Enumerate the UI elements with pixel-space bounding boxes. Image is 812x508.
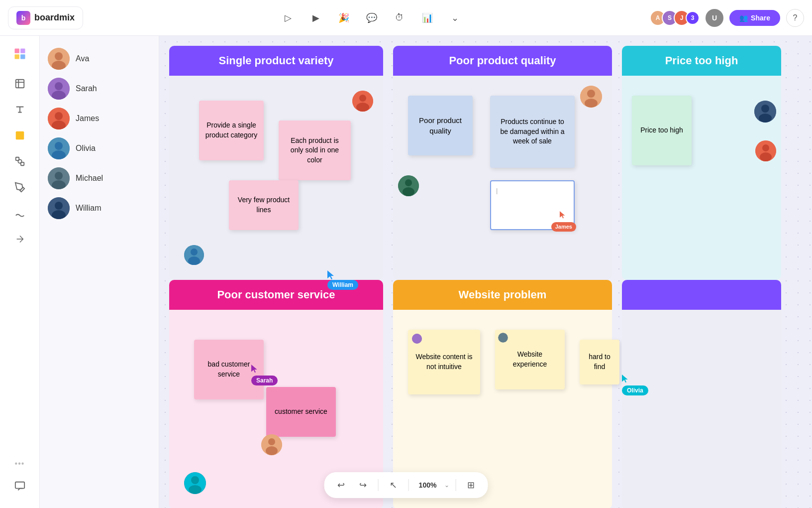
- help-button[interactable]: ?: [786, 9, 804, 27]
- category-body-extra: Olivia: [622, 310, 781, 508]
- user-item-olivia[interactable]: Olivia: [48, 133, 151, 163]
- tool-celebrate[interactable]: 🎉: [335, 9, 353, 27]
- sticky-website-experience[interactable]: Website experience: [495, 330, 565, 389]
- user-item-james[interactable]: James: [48, 104, 151, 133]
- svg-point-28: [55, 202, 63, 210]
- users-panel: Ava Sarah James O: [40, 36, 159, 508]
- mini-avatar-olivia-1: [184, 245, 204, 265]
- user-item-william[interactable]: William: [48, 193, 151, 223]
- category-title-poor-quality: Poor product quality: [449, 54, 556, 67]
- svg-point-34: [359, 95, 366, 102]
- svg-rect-0: [14, 49, 19, 53]
- avatar-ava: [48, 48, 70, 70]
- cursor-william: William: [327, 270, 358, 290]
- mini-avatar-green: [398, 175, 419, 196]
- user-name-james: James: [76, 114, 99, 123]
- svg-point-22: [55, 142, 63, 150]
- category-body-poor-quality: Poor product quality Products continue t…: [393, 76, 612, 280]
- topbar-right: A S J 3 U 👥 Share ?: [650, 9, 804, 27]
- svg-point-42: [405, 179, 412, 186]
- cursor-button[interactable]: ↖: [385, 476, 403, 494]
- redo-button[interactable]: ↪: [354, 476, 372, 494]
- user-item-michael[interactable]: Michael: [48, 163, 151, 193]
- toolbar-divider-3: [455, 479, 456, 491]
- zoom-level[interactable]: 100%: [415, 481, 441, 489]
- user-name-ava: Ava: [76, 54, 89, 63]
- map-button[interactable]: ⊞: [462, 476, 480, 494]
- sidebar-sticky[interactable]: [8, 124, 32, 147]
- category-price: Price too high Price too high: [622, 46, 781, 280]
- avatar-michael: [48, 167, 70, 189]
- svg-point-56: [189, 485, 202, 494]
- current-user-avatar[interactable]: U: [706, 9, 723, 27]
- svg-marker-37: [560, 211, 565, 218]
- sticky-provide-single[interactable]: Provide a single product category: [199, 101, 264, 160]
- svg-point-55: [191, 476, 199, 484]
- sidebar-draw[interactable]: [8, 201, 32, 225]
- svg-marker-50: [251, 365, 257, 373]
- svg-rect-1: [20, 49, 25, 53]
- svg-point-58: [498, 333, 508, 343]
- logo-area[interactable]: b boardmix: [8, 6, 83, 29]
- svg-point-31: [191, 249, 198, 255]
- svg-rect-3: [20, 54, 25, 59]
- tool-run[interactable]: ▷: [279, 9, 297, 27]
- sidebar-comments-panel[interactable]: [8, 474, 32, 498]
- category-poor-quality: Poor product quality Poor product qualit…: [393, 46, 612, 280]
- svg-point-48: [762, 144, 769, 151]
- sticky-few-products[interactable]: Very few product lines: [229, 180, 299, 230]
- svg-point-25: [55, 172, 63, 180]
- tool-chart[interactable]: 📊: [418, 9, 436, 27]
- sticky-website-intuitive[interactable]: Website content is not intuitive: [408, 330, 480, 394]
- sidebar-text[interactable]: [8, 98, 32, 122]
- sticky-hard-to-find[interactable]: hard to find: [580, 340, 619, 384]
- tool-timer[interactable]: ⏱: [391, 9, 408, 27]
- logo-icon: b: [16, 11, 30, 25]
- sidebar-frame[interactable]: [8, 72, 32, 96]
- toolbar-divider: [378, 479, 379, 491]
- tool-present[interactable]: ▶: [307, 9, 325, 27]
- avatar-james: [48, 108, 70, 129]
- sticky-input-empty[interactable]: | James: [490, 180, 575, 230]
- toolbar-divider-2: [408, 479, 409, 491]
- sticky-products-damaged[interactable]: Products continue to be damaged within a…: [490, 96, 575, 168]
- share-button[interactable]: 👥 Share: [729, 10, 780, 26]
- avatar-sarah: [48, 78, 70, 100]
- avatar-count: 3: [686, 11, 700, 25]
- mini-avatar-olivia-service: [184, 472, 206, 494]
- zoom-chevron[interactable]: ⌄: [444, 482, 449, 489]
- toolbar-center: ▷ ▶ 🎉 💬 ⏱ 📊 ⌄: [93, 9, 650, 27]
- sidebar-connect[interactable]: [8, 227, 32, 251]
- category-title-poor-service: Poor customer service: [217, 288, 335, 301]
- mini-avatar-william-canvas: [754, 101, 776, 123]
- tool-comment[interactable]: 💬: [363, 9, 381, 27]
- sticky-customer-service[interactable]: customer service: [266, 387, 336, 437]
- topbar: b boardmix ▷ ▶ 🎉 💬 ⏱ 📊 ⌄ A S J 3 U 👥 Sha…: [0, 0, 812, 36]
- sticky-price-partial[interactable]: Price too high: [632, 96, 692, 165]
- avatar-olivia: [48, 137, 70, 159]
- svg-point-52: [268, 438, 275, 445]
- sticky-poor-quality[interactable]: Poor product quality: [408, 96, 473, 155]
- cursor-sarah: Sarah: [251, 365, 278, 385]
- undo-button[interactable]: ↩: [332, 476, 350, 494]
- mini-avatar-ava-service: [261, 434, 282, 455]
- bottom-toolbar: ↩ ↪ ↖ 100% ⌄ ⊞: [324, 472, 488, 498]
- category-header-poor-quality: Poor product quality: [393, 46, 612, 76]
- svg-point-35: [356, 103, 369, 112]
- category-body-price: Price too high: [622, 76, 781, 280]
- svg-point-49: [760, 152, 772, 161]
- svg-marker-36: [327, 270, 334, 279]
- tool-more[interactable]: ⌄: [446, 9, 464, 27]
- sticky-one-color[interactable]: Each product is only sold in one color: [279, 121, 351, 180]
- user-item-sarah[interactable]: Sarah: [48, 74, 151, 104]
- sidebar-pen[interactable]: [8, 175, 32, 199]
- svg-point-53: [266, 446, 278, 455]
- category-body-single-product: Provide a single product category Each p…: [169, 76, 383, 280]
- sidebar-shapes[interactable]: [8, 149, 32, 173]
- svg-point-19: [55, 112, 63, 120]
- category-header-website: Website problem: [393, 280, 612, 310]
- canvas[interactable]: Single product variety Provide a single …: [159, 36, 812, 508]
- sidebar-template[interactable]: [8, 42, 32, 66]
- user-item-ava[interactable]: Ava: [48, 44, 151, 74]
- svg-point-46: [759, 114, 772, 123]
